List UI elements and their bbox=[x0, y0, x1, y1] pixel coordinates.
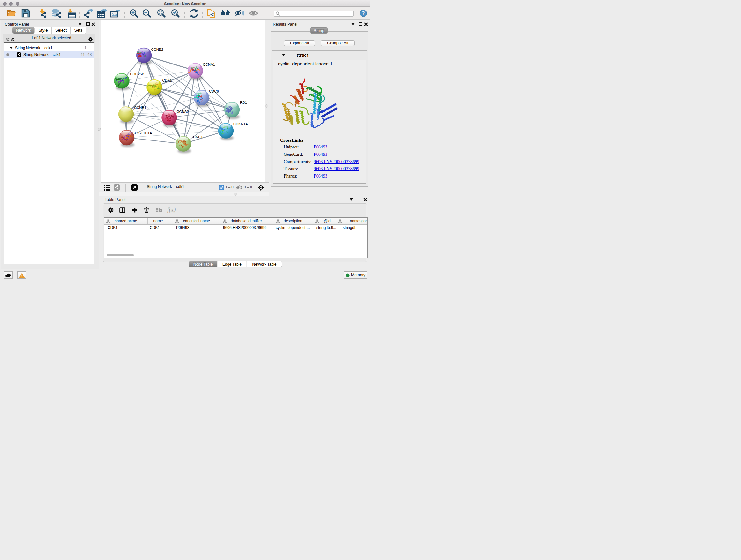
svg-text:CDC6: CDC6 bbox=[209, 89, 219, 93]
svg-text:?: ? bbox=[361, 10, 365, 16]
svg-text:HIST1H1A: HIST1H1A bbox=[135, 131, 152, 135]
svg-text:CCNB2: CCNB2 bbox=[151, 48, 163, 51]
svg-text:CCNA1: CCNA1 bbox=[203, 63, 215, 66]
svg-text:CCNB1: CCNB1 bbox=[134, 106, 146, 110]
svg-text:CCNE1: CCNE1 bbox=[191, 135, 203, 139]
svg-text:RB1: RB1 bbox=[240, 101, 247, 105]
svg-text:CDC25B: CDC25B bbox=[130, 72, 144, 76]
svg-text:CDKN1A: CDKN1A bbox=[233, 122, 248, 126]
svg-text:CDK1: CDK1 bbox=[162, 78, 172, 82]
svg-text:CCNA2: CCNA2 bbox=[177, 110, 189, 114]
